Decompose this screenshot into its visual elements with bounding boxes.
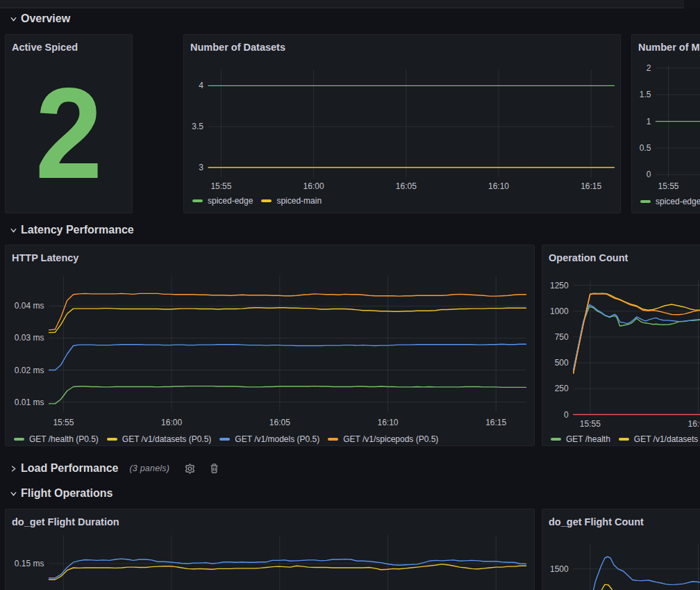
panel-models: Number of Models21.510.5015:5516:0016:05… — [631, 34, 700, 213]
legend-item[interactable]: GET /v1/models (P0.5) — [219, 434, 319, 444]
legend-series-label[interactable]: GET /v1/datasets (P0.5) — [122, 434, 212, 444]
legend-series-pill — [192, 199, 203, 202]
y-tick-label: 2 — [647, 63, 651, 73]
legend-series-label[interactable]: GET /v1/datasets — [634, 434, 699, 444]
toolbar-bottom-strip — [0, 0, 700, 8]
legend-series-label[interactable]: spiced-edge — [208, 196, 253, 206]
legend-series-pill — [107, 438, 117, 441]
y-tick-label: 1.5 — [640, 90, 651, 99]
scrollbar-gutter — [684, 0, 700, 8]
y-tick-label: 4 — [199, 81, 203, 90]
legend: GET /healthGET /v1/datasetsGET /v1/model… — [551, 434, 700, 444]
chart-httplat[interactable]: 0.04 ms0.03 ms0.02 ms0.01 ms15:5516:0016… — [6, 245, 534, 445]
y-tick-label: 1500 — [550, 564, 569, 574]
series-p90 — [49, 559, 526, 578]
y-tick-label: 1000 — [550, 306, 569, 316]
legend-item[interactable]: GET /v1/datasets (P0.5) — [107, 434, 212, 444]
legend: spiced-edge — [640, 197, 700, 206]
row-header-overview[interactable]: Overview — [9, 11, 70, 26]
legend-series-pill — [14, 438, 24, 441]
legend-series-label[interactable]: GET /v1/spicepods (P0.5) — [343, 434, 438, 444]
legend-series-label[interactable]: spiced-main — [276, 196, 322, 206]
y-tick-label: 0 — [564, 410, 569, 420]
legend-series-pill — [551, 438, 561, 441]
y-tick-label: 0 — [647, 170, 651, 179]
y-tick-label: 500 — [555, 358, 569, 368]
y-tick-label: 3.5 — [192, 122, 203, 131]
chart-opcount[interactable]: 12501000750500250015:5516:0016:0516:10 — [542, 245, 700, 445]
chevron-down-icon[interactable] — [9, 15, 17, 23]
x-tick-label: 15:55 — [210, 181, 231, 191]
series-#EBC428 — [587, 584, 700, 590]
x-tick-label: 15:55 — [53, 418, 74, 427]
legend-item[interactable]: spiced-main — [261, 196, 322, 206]
row-header-latency[interactable]: Latency Performance — [9, 222, 134, 238]
stat-value: 2 — [9, 69, 128, 198]
panel-active-spiced: Active Spiced2 — [5, 34, 133, 213]
legend-item[interactable]: spiced-edge — [192, 196, 253, 206]
series-GET /v1/datasets (P0.5) — [49, 308, 526, 333]
legend-series-label[interactable]: GET /health — [566, 434, 610, 444]
series-GET /health (P0.5) — [49, 386, 526, 404]
legend-series-label[interactable]: GET /health (P0.5) — [29, 434, 99, 444]
grafana-dashboard: {"colors":{"page_bg":"#111217","panel_bg… — [0, 0, 700, 590]
panel-title[interactable]: Active Spiced — [12, 42, 78, 53]
x-tick-label: 16:10 — [377, 418, 398, 427]
series-p50 — [49, 564, 526, 580]
legend-series-label[interactable]: GET /v1/models (P0.5) — [235, 434, 319, 444]
row-header-load[interactable]: Load Performance(3 panels) — [9, 461, 219, 476]
x-tick-label: 15:55 — [580, 419, 601, 429]
y-tick-label: 750 — [555, 332, 569, 342]
x-tick-label: 16:05 — [269, 418, 290, 427]
panel-datasets: Number of Datasets43.5315:5516:0016:0516… — [183, 34, 621, 213]
trash-icon[interactable] — [209, 463, 219, 474]
chart-datasets[interactable]: 43.5315:5516:0016:0516:1016:15 — [184, 35, 620, 213]
chart-flightcnt[interactable]: 1500 — [542, 509, 700, 590]
x-tick-label: 16:15 — [485, 418, 506, 427]
y-tick-label: 1 — [647, 117, 651, 126]
chevron-down-icon[interactable] — [9, 489, 17, 498]
legend-item[interactable]: spiced-edge — [640, 197, 700, 206]
x-tick-label: 16:15 — [581, 181, 601, 191]
y-tick-label: 250 — [555, 384, 569, 393]
row-title[interactable]: Load Performance — [21, 462, 118, 475]
series-GET /health — [574, 306, 700, 370]
row-title[interactable]: Flight Operations — [21, 487, 112, 500]
row-title[interactable]: Latency Performance — [21, 224, 134, 236]
legend-item[interactable]: GET /v1/datasets — [619, 434, 699, 444]
panel-opcount: Operation Count12501000750500250015:5516… — [542, 245, 700, 446]
legend-series-pill — [261, 199, 272, 202]
legend-series-pill — [619, 438, 629, 441]
legend: GET /health (P0.5)GET /v1/datasets (P0.5… — [14, 434, 447, 444]
legend-item[interactable]: GET /v1/spicepods (P0.5) — [328, 434, 438, 444]
legend-series-pill — [219, 438, 230, 441]
x-tick-label: 16:10 — [488, 181, 509, 191]
legend: spiced-edgespiced-main — [192, 196, 330, 206]
chevron-down-icon[interactable] — [9, 226, 17, 234]
panel-flightcnt: do_get Flight Count1500 — [542, 509, 700, 590]
legend-series-pill — [640, 200, 651, 203]
series-#5794F2 — [582, 557, 700, 590]
legend-series-label[interactable]: spiced-edge — [656, 197, 700, 206]
row-header-flight[interactable]: Flight Operations — [9, 486, 112, 501]
y-tick-label: 3 — [199, 163, 203, 172]
x-tick-label: 16:05 — [396, 181, 417, 191]
gear-icon[interactable] — [184, 463, 196, 475]
y-tick-label: 0.5 — [640, 143, 651, 153]
series-GET /v1/spicepods (P0.5) — [49, 293, 526, 330]
panel-httplat: HTTP Latency0.04 ms0.03 ms0.02 ms0.01 ms… — [5, 245, 535, 446]
legend-series-pill — [328, 438, 338, 441]
row-title[interactable]: Overview — [21, 13, 70, 25]
y-tick-label: 0.01 ms — [15, 398, 44, 407]
chart-models[interactable]: 21.510.5015:5516:0016:0516:1016:15 — [632, 35, 700, 213]
x-tick-label: 16:00 — [303, 181, 324, 191]
chevron-right-icon[interactable] — [9, 464, 17, 473]
x-tick-label: 15:55 — [658, 181, 678, 191]
legend-item[interactable]: GET /health (P0.5) — [14, 434, 99, 444]
legend-item[interactable]: GET /health — [551, 434, 610, 444]
y-tick-label: 0.02 ms — [15, 366, 44, 375]
y-tick-label: 0.03 ms — [15, 333, 44, 343]
chart-flightdur[interactable]: 0.15 ms — [6, 509, 534, 590]
row-panel-count: (3 panels) — [129, 464, 169, 473]
panel-flightdur: do_get Flight Duration0.15 ms — [5, 509, 535, 590]
